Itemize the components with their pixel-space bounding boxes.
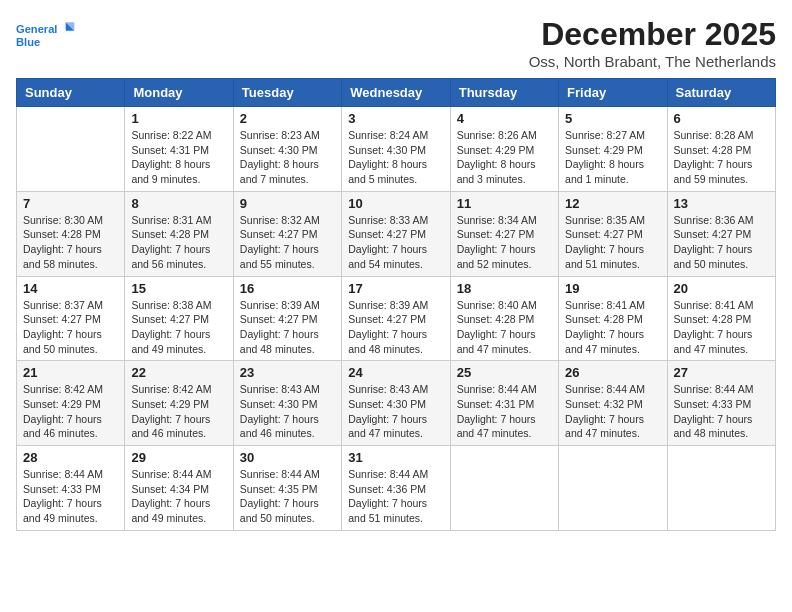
day-of-week-header: Saturday bbox=[667, 79, 775, 107]
calendar-day-cell: 10Sunrise: 8:33 AM Sunset: 4:27 PM Dayli… bbox=[342, 191, 450, 276]
day-number: 20 bbox=[674, 281, 769, 296]
calendar-day-cell: 3Sunrise: 8:24 AM Sunset: 4:30 PM Daylig… bbox=[342, 107, 450, 192]
calendar-day-cell: 17Sunrise: 8:39 AM Sunset: 4:27 PM Dayli… bbox=[342, 276, 450, 361]
title-block: December 2025 Oss, North Brabant, The Ne… bbox=[529, 16, 776, 70]
svg-text:Blue: Blue bbox=[16, 36, 40, 48]
day-info: Sunrise: 8:44 AM Sunset: 4:33 PM Dayligh… bbox=[23, 467, 118, 526]
month-title: December 2025 bbox=[529, 16, 776, 53]
day-number: 27 bbox=[674, 365, 769, 380]
calendar-day-cell: 8Sunrise: 8:31 AM Sunset: 4:28 PM Daylig… bbox=[125, 191, 233, 276]
calendar-day-cell: 22Sunrise: 8:42 AM Sunset: 4:29 PM Dayli… bbox=[125, 361, 233, 446]
day-info: Sunrise: 8:33 AM Sunset: 4:27 PM Dayligh… bbox=[348, 213, 443, 272]
day-info: Sunrise: 8:43 AM Sunset: 4:30 PM Dayligh… bbox=[348, 382, 443, 441]
day-info: Sunrise: 8:35 AM Sunset: 4:27 PM Dayligh… bbox=[565, 213, 660, 272]
day-number: 26 bbox=[565, 365, 660, 380]
day-info: Sunrise: 8:41 AM Sunset: 4:28 PM Dayligh… bbox=[674, 298, 769, 357]
calendar-week-row: 1Sunrise: 8:22 AM Sunset: 4:31 PM Daylig… bbox=[17, 107, 776, 192]
day-of-week-header: Tuesday bbox=[233, 79, 341, 107]
day-number: 16 bbox=[240, 281, 335, 296]
calendar-day-cell: 13Sunrise: 8:36 AM Sunset: 4:27 PM Dayli… bbox=[667, 191, 775, 276]
day-number: 9 bbox=[240, 196, 335, 211]
calendar-day-cell: 30Sunrise: 8:44 AM Sunset: 4:35 PM Dayli… bbox=[233, 446, 341, 531]
calendar-day-cell: 11Sunrise: 8:34 AM Sunset: 4:27 PM Dayli… bbox=[450, 191, 558, 276]
day-number: 19 bbox=[565, 281, 660, 296]
day-info: Sunrise: 8:39 AM Sunset: 4:27 PM Dayligh… bbox=[240, 298, 335, 357]
day-number: 15 bbox=[131, 281, 226, 296]
day-info: Sunrise: 8:42 AM Sunset: 4:29 PM Dayligh… bbox=[131, 382, 226, 441]
day-info: Sunrise: 8:37 AM Sunset: 4:27 PM Dayligh… bbox=[23, 298, 118, 357]
calendar-week-row: 14Sunrise: 8:37 AM Sunset: 4:27 PM Dayli… bbox=[17, 276, 776, 361]
day-info: Sunrise: 8:22 AM Sunset: 4:31 PM Dayligh… bbox=[131, 128, 226, 187]
calendar-day-cell: 9Sunrise: 8:32 AM Sunset: 4:27 PM Daylig… bbox=[233, 191, 341, 276]
day-info: Sunrise: 8:39 AM Sunset: 4:27 PM Dayligh… bbox=[348, 298, 443, 357]
day-number: 22 bbox=[131, 365, 226, 380]
day-info: Sunrise: 8:23 AM Sunset: 4:30 PM Dayligh… bbox=[240, 128, 335, 187]
calendar-week-row: 7Sunrise: 8:30 AM Sunset: 4:28 PM Daylig… bbox=[17, 191, 776, 276]
calendar-day-cell bbox=[667, 446, 775, 531]
day-of-week-header: Wednesday bbox=[342, 79, 450, 107]
day-info: Sunrise: 8:27 AM Sunset: 4:29 PM Dayligh… bbox=[565, 128, 660, 187]
calendar-day-cell: 29Sunrise: 8:44 AM Sunset: 4:34 PM Dayli… bbox=[125, 446, 233, 531]
calendar-day-cell: 19Sunrise: 8:41 AM Sunset: 4:28 PM Dayli… bbox=[559, 276, 667, 361]
day-info: Sunrise: 8:34 AM Sunset: 4:27 PM Dayligh… bbox=[457, 213, 552, 272]
day-info: Sunrise: 8:32 AM Sunset: 4:27 PM Dayligh… bbox=[240, 213, 335, 272]
day-info: Sunrise: 8:31 AM Sunset: 4:28 PM Dayligh… bbox=[131, 213, 226, 272]
svg-text:General: General bbox=[16, 23, 57, 35]
calendar-day-cell: 24Sunrise: 8:43 AM Sunset: 4:30 PM Dayli… bbox=[342, 361, 450, 446]
calendar-day-cell: 25Sunrise: 8:44 AM Sunset: 4:31 PM Dayli… bbox=[450, 361, 558, 446]
calendar-day-cell: 21Sunrise: 8:42 AM Sunset: 4:29 PM Dayli… bbox=[17, 361, 125, 446]
day-number: 29 bbox=[131, 450, 226, 465]
day-info: Sunrise: 8:44 AM Sunset: 4:34 PM Dayligh… bbox=[131, 467, 226, 526]
calendar-day-cell: 28Sunrise: 8:44 AM Sunset: 4:33 PM Dayli… bbox=[17, 446, 125, 531]
day-info: Sunrise: 8:28 AM Sunset: 4:28 PM Dayligh… bbox=[674, 128, 769, 187]
day-number: 12 bbox=[565, 196, 660, 211]
calendar-day-cell bbox=[450, 446, 558, 531]
day-info: Sunrise: 8:36 AM Sunset: 4:27 PM Dayligh… bbox=[674, 213, 769, 272]
day-of-week-header: Thursday bbox=[450, 79, 558, 107]
day-info: Sunrise: 8:44 AM Sunset: 4:36 PM Dayligh… bbox=[348, 467, 443, 526]
calendar-day-cell: 16Sunrise: 8:39 AM Sunset: 4:27 PM Dayli… bbox=[233, 276, 341, 361]
calendar-day-cell: 6Sunrise: 8:28 AM Sunset: 4:28 PM Daylig… bbox=[667, 107, 775, 192]
location-subtitle: Oss, North Brabant, The Netherlands bbox=[529, 53, 776, 70]
calendar-day-cell: 27Sunrise: 8:44 AM Sunset: 4:33 PM Dayli… bbox=[667, 361, 775, 446]
day-number: 5 bbox=[565, 111, 660, 126]
day-info: Sunrise: 8:43 AM Sunset: 4:30 PM Dayligh… bbox=[240, 382, 335, 441]
day-number: 13 bbox=[674, 196, 769, 211]
logo: General Blue bbox=[16, 16, 76, 56]
logo-svg: General Blue bbox=[16, 16, 76, 56]
day-number: 11 bbox=[457, 196, 552, 211]
calendar-day-cell: 18Sunrise: 8:40 AM Sunset: 4:28 PM Dayli… bbox=[450, 276, 558, 361]
day-info: Sunrise: 8:42 AM Sunset: 4:29 PM Dayligh… bbox=[23, 382, 118, 441]
calendar-day-cell: 23Sunrise: 8:43 AM Sunset: 4:30 PM Dayli… bbox=[233, 361, 341, 446]
day-number: 24 bbox=[348, 365, 443, 380]
day-number: 4 bbox=[457, 111, 552, 126]
calendar-table: SundayMondayTuesdayWednesdayThursdayFrid… bbox=[16, 78, 776, 531]
calendar-day-cell: 2Sunrise: 8:23 AM Sunset: 4:30 PM Daylig… bbox=[233, 107, 341, 192]
day-number: 18 bbox=[457, 281, 552, 296]
calendar-day-cell: 14Sunrise: 8:37 AM Sunset: 4:27 PM Dayli… bbox=[17, 276, 125, 361]
day-info: Sunrise: 8:26 AM Sunset: 4:29 PM Dayligh… bbox=[457, 128, 552, 187]
day-info: Sunrise: 8:30 AM Sunset: 4:28 PM Dayligh… bbox=[23, 213, 118, 272]
calendar-day-cell: 5Sunrise: 8:27 AM Sunset: 4:29 PM Daylig… bbox=[559, 107, 667, 192]
day-number: 14 bbox=[23, 281, 118, 296]
calendar-day-cell: 4Sunrise: 8:26 AM Sunset: 4:29 PM Daylig… bbox=[450, 107, 558, 192]
day-number: 23 bbox=[240, 365, 335, 380]
calendar-day-cell bbox=[559, 446, 667, 531]
calendar-day-cell: 31Sunrise: 8:44 AM Sunset: 4:36 PM Dayli… bbox=[342, 446, 450, 531]
day-number: 17 bbox=[348, 281, 443, 296]
day-info: Sunrise: 8:38 AM Sunset: 4:27 PM Dayligh… bbox=[131, 298, 226, 357]
calendar-week-row: 21Sunrise: 8:42 AM Sunset: 4:29 PM Dayli… bbox=[17, 361, 776, 446]
calendar-day-cell bbox=[17, 107, 125, 192]
calendar-day-cell: 1Sunrise: 8:22 AM Sunset: 4:31 PM Daylig… bbox=[125, 107, 233, 192]
day-number: 30 bbox=[240, 450, 335, 465]
calendar-day-cell: 15Sunrise: 8:38 AM Sunset: 4:27 PM Dayli… bbox=[125, 276, 233, 361]
day-number: 21 bbox=[23, 365, 118, 380]
day-info: Sunrise: 8:44 AM Sunset: 4:32 PM Dayligh… bbox=[565, 382, 660, 441]
calendar-day-cell: 20Sunrise: 8:41 AM Sunset: 4:28 PM Dayli… bbox=[667, 276, 775, 361]
day-info: Sunrise: 8:44 AM Sunset: 4:35 PM Dayligh… bbox=[240, 467, 335, 526]
day-info: Sunrise: 8:24 AM Sunset: 4:30 PM Dayligh… bbox=[348, 128, 443, 187]
day-of-week-header: Monday bbox=[125, 79, 233, 107]
day-number: 25 bbox=[457, 365, 552, 380]
page-header: General Blue December 2025 Oss, North Br… bbox=[16, 16, 776, 70]
day-number: 2 bbox=[240, 111, 335, 126]
